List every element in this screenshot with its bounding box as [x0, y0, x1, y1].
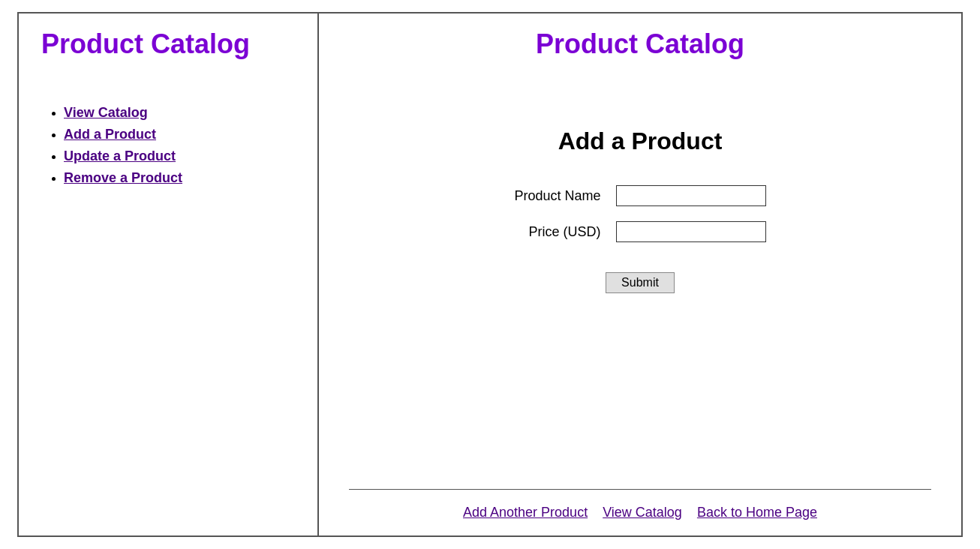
price-input[interactable] — [616, 221, 766, 242]
right-panel-title: Product Catalog — [349, 28, 931, 60]
left-panel-title: Product Catalog — [41, 28, 295, 60]
footer-link[interactable]: View Catalog — [603, 505, 682, 520]
nav-list-item: Remove a Product — [64, 170, 295, 186]
product-name-input[interactable] — [616, 185, 766, 206]
nav-list-item: Update a Product — [64, 148, 295, 164]
nav-list: View CatalogAdd a ProductUpdate a Produc… — [41, 105, 295, 186]
left-panel: Product Catalog View CatalogAdd a Produc… — [19, 14, 319, 536]
form-grid: Product Name Price (USD) — [514, 185, 765, 242]
form-section: Add a Product Product Name Price (USD) S… — [349, 90, 931, 489]
footer-link[interactable]: Back to Home Page — [697, 505, 817, 520]
nav-link[interactable]: View Catalog — [64, 105, 148, 120]
nav-link[interactable]: Add a Product — [64, 127, 156, 142]
product-name-label: Product Name — [514, 188, 600, 204]
nav-link[interactable]: Remove a Product — [64, 170, 182, 185]
nav-list-item: Add a Product — [64, 127, 295, 142]
right-content: Product Catalog Add a Product Product Na… — [349, 28, 931, 520]
price-label: Price (USD) — [514, 224, 600, 240]
nav-link[interactable]: Update a Product — [64, 148, 176, 164]
footer-links: Add Another ProductView CatalogBack to H… — [349, 489, 931, 520]
nav-list-item: View Catalog — [64, 105, 295, 121]
main-container: Product Catalog View CatalogAdd a Produc… — [17, 12, 963, 537]
submit-button[interactable]: Submit — [606, 272, 675, 293]
form-heading: Add a Product — [558, 128, 723, 155]
footer-link[interactable]: Add Another Product — [463, 505, 588, 520]
right-panel: Product Catalog Add a Product Product Na… — [319, 14, 961, 536]
